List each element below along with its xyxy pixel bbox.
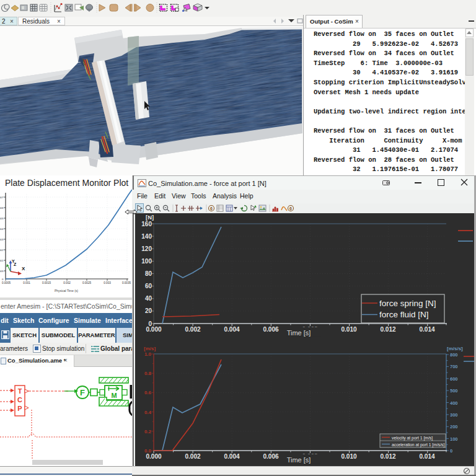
svg-text:0.010: 0.010 [341, 453, 356, 460]
svg-text:300: 300 [450, 412, 458, 418]
svg-text:0.8: 0.8 [144, 371, 152, 376]
svg-text:0.014: 0.014 [419, 326, 434, 333]
svg-text:0.006: 0.006 [0, 206, 4, 209]
svg-text:0.001: 0.001 [23, 281, 30, 284]
svg-text:500: 500 [450, 388, 458, 394]
svg-text:0.006: 0.006 [263, 453, 278, 460]
svg-text:acceleration at port 1 [m/s/s]: acceleration at port 1 [m/s/s] [392, 443, 444, 447]
svg-text:[m/s/s]: [m/s/s] [447, 346, 463, 351]
svg-text:6: 6 [289, 206, 292, 211]
svg-text:0.0035: 0.0035 [122, 281, 131, 284]
svg-text:0.004: 0.004 [224, 326, 239, 333]
svg-text:0.014: 0.014 [419, 453, 434, 460]
svg-text:0.003: 0.003 [0, 238, 4, 241]
svg-text:60: 60 [145, 283, 152, 289]
svg-text:[m/s]: [m/s] [144, 346, 156, 351]
svg-text:0.002: 0.002 [185, 453, 200, 460]
svg-text:120: 120 [141, 245, 152, 252]
svg-text:M: M [111, 392, 117, 399]
svg-text:20: 20 [145, 307, 152, 314]
svg-text:0.0015: 0.0015 [42, 281, 51, 284]
svg-text:0.004: 0.004 [0, 227, 4, 231]
svg-text:0.005: 0.005 [0, 217, 4, 220]
svg-text:Physical Time (s): Physical Time (s) [55, 289, 78, 293]
svg-text:Time [s]: Time [s] [287, 329, 311, 337]
svg-text:velocity at port 1 [m/s]: velocity at port 1 [m/s] [392, 436, 433, 441]
svg-text:F: F [80, 388, 85, 397]
svg-text:400: 400 [450, 400, 458, 406]
svg-text:6: 6 [210, 206, 213, 211]
svg-text:0.002: 0.002 [185, 326, 200, 333]
svg-text:100: 100 [141, 258, 152, 265]
svg-text:force spring [N]: force spring [N] [379, 299, 436, 308]
svg-text:Time [s]: Time [s] [287, 456, 311, 464]
svg-text:T: T [18, 387, 22, 395]
svg-text:80: 80 [145, 270, 152, 277]
svg-text:0.003: 0.003 [104, 281, 111, 284]
svg-text:0.0005: 0.0005 [0, 270, 4, 273]
svg-text:Z: Z [14, 262, 17, 267]
svg-text:0.002: 0.002 [63, 281, 71, 284]
svg-text:1.0: 1.0 [144, 351, 152, 357]
svg-text:0.010: 0.010 [341, 326, 356, 333]
svg-text:0.000: 0.000 [146, 453, 161, 460]
svg-text:0.0005: 0.0005 [2, 281, 11, 284]
svg-text:X: X [22, 266, 25, 271]
svg-text:200: 200 [450, 424, 458, 430]
svg-text:160: 160 [141, 221, 152, 227]
svg-text:C: C [17, 396, 22, 403]
svg-text:0.001: 0.001 [0, 259, 4, 262]
svg-text:0: 0 [450, 448, 452, 454]
svg-text:700: 700 [450, 364, 458, 369]
svg-text:0.2: 0.2 [144, 429, 152, 434]
svg-text:0.6: 0.6 [144, 390, 152, 395]
svg-text:force fluid [N]: force fluid [N] [379, 310, 429, 319]
svg-text:0.002: 0.002 [0, 249, 4, 252]
svg-text:0.012: 0.012 [380, 326, 395, 333]
svg-text:800: 800 [450, 352, 458, 358]
svg-text:0.012: 0.012 [380, 453, 395, 460]
svg-text:0.000: 0.000 [146, 326, 161, 333]
svg-text:100: 100 [450, 436, 458, 442]
svg-text:600: 600 [450, 376, 458, 382]
svg-text:[N]: [N] [146, 214, 154, 221]
svg-text:0.004: 0.004 [224, 453, 239, 460]
svg-text:P: P [17, 405, 22, 412]
svg-text:0.4: 0.4 [144, 410, 152, 415]
svg-text:0.0025: 0.0025 [82, 281, 91, 284]
svg-text:0.006: 0.006 [263, 326, 278, 333]
svg-text:40: 40 [145, 295, 152, 302]
svg-text:140: 140 [141, 233, 152, 240]
svg-text:0: 0 [2, 278, 4, 281]
svg-text:0.007: 0.007 [0, 196, 4, 199]
